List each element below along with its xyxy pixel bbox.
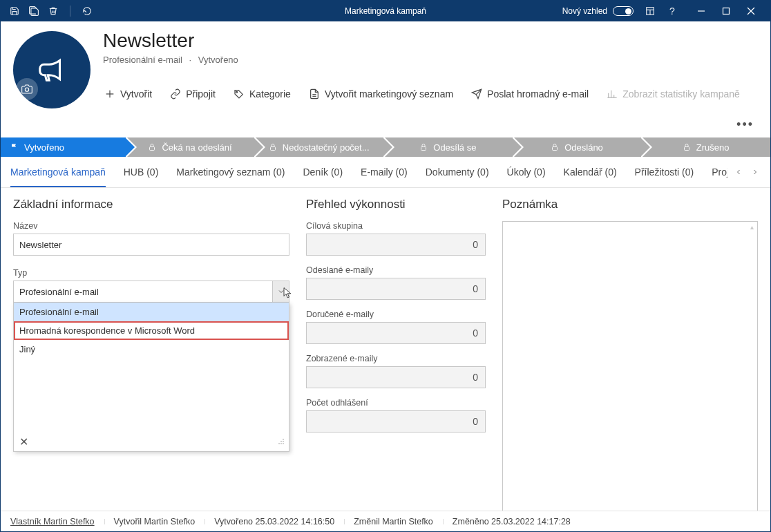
record-avatar[interactable] xyxy=(13,31,91,108)
create-button[interactable]: Vytvořit xyxy=(103,86,153,102)
megaphone-icon xyxy=(36,54,68,86)
dropdown-close-button[interactable]: ✕ xyxy=(19,435,28,448)
new-look-toggle[interactable]: Nový vzhled xyxy=(562,6,634,16)
type-dropdown-button[interactable] xyxy=(272,281,289,302)
stage-label: Čeká na odeslání xyxy=(162,142,231,153)
link-label: Připojit xyxy=(186,88,216,99)
name-label: Název xyxy=(13,221,289,231)
form-body: Základní informace Název Typ Profesionál… xyxy=(1,188,770,532)
stage-zruseno[interactable]: Zrušeno xyxy=(641,137,770,157)
type-label: Typ xyxy=(13,268,289,278)
tab-denik[interactable]: Deník (0) xyxy=(303,157,343,187)
chevron-down-icon xyxy=(277,287,285,296)
stage-odeslano[interactable]: Odesláno xyxy=(513,137,642,157)
stage-label: Odesláno xyxy=(564,142,603,153)
create-label: Vytvořit xyxy=(120,88,152,99)
entity-subtitle: Profesionální e-mail · Vytvořeno xyxy=(103,55,758,65)
lock-icon xyxy=(683,143,691,151)
section-performance: Přehled výkonnosti Cílová skupina 0 Odes… xyxy=(306,198,486,526)
tab-ukoly[interactable]: Úkoly (0) xyxy=(507,157,546,187)
stats-button: Zobrazit statistiky kampaně xyxy=(605,86,741,102)
metric-label: Doručené e-maily xyxy=(306,310,486,319)
metric-value: 0 xyxy=(306,322,486,344)
type-option-hromadna[interactable]: Hromadná korespondence v Microsoft Word xyxy=(14,321,289,340)
link-icon xyxy=(170,88,181,99)
titlebar: Marketingová kampaň Nový vzhled ? xyxy=(1,1,770,21)
svg-point-7 xyxy=(25,88,28,91)
type-dropdown: Profesionální e-mail Hromadná koresponde… xyxy=(13,303,289,452)
tab-dokumenty[interactable]: Dokumenty (0) xyxy=(426,157,489,187)
footer-modified-on: Změněno 25.03.2022 14:17:28 xyxy=(443,517,580,526)
type-combobox[interactable]: Profesionální e-mail Profesionální e-mai… xyxy=(13,281,289,303)
create-list-label: Vytvořit marketingový seznam xyxy=(325,88,453,99)
tabs-prev-button[interactable] xyxy=(733,167,744,178)
stage-label: Odesílá se xyxy=(433,142,476,153)
refresh-icon[interactable] xyxy=(82,6,93,17)
stage-vytvoreno[interactable]: Vytvořeno xyxy=(1,137,126,157)
layout-icon[interactable] xyxy=(645,6,656,17)
categories-button[interactable]: Kategorie xyxy=(232,86,292,102)
chevron-right-icon xyxy=(751,168,759,176)
save-icon[interactable] xyxy=(9,6,20,17)
type-option-profesionalni[interactable]: Profesionální e-mail xyxy=(14,303,289,321)
toggle-switch-icon[interactable] xyxy=(613,6,634,16)
link-button[interactable]: Připojit xyxy=(169,86,217,102)
camera-icon xyxy=(21,84,32,95)
save-all-icon[interactable] xyxy=(28,6,39,17)
status-bar: Vlastník Martin Stefko Vytvořil Martin S… xyxy=(1,511,770,531)
svg-point-24 xyxy=(283,439,284,440)
svg-rect-19 xyxy=(150,147,155,151)
svg-rect-20 xyxy=(270,147,275,151)
metric-unsub: Počet odhlášení 0 xyxy=(306,398,486,433)
name-input[interactable] xyxy=(13,234,289,256)
metric-label: Odeslané e-maily xyxy=(306,265,486,275)
metric-viewed: Zobrazené e-maily 0 xyxy=(306,354,486,388)
stage-odesila[interactable]: Odesílá se xyxy=(383,137,513,157)
create-list-button[interactable]: Vytvořit marketingový seznam xyxy=(307,86,455,102)
tag-icon xyxy=(234,88,245,99)
tab-seznam[interactable]: Marketingový seznam (0) xyxy=(176,157,285,187)
svg-point-10 xyxy=(236,91,238,93)
entity-title: Newsletter xyxy=(103,30,758,52)
change-image-button[interactable] xyxy=(16,78,38,100)
section-basic-title: Základní informace xyxy=(13,198,289,211)
send-mass-label: Poslat hromadný e-mail xyxy=(487,88,589,99)
record-header: Newsletter Profesionální e-mail · Vytvoř… xyxy=(1,21,770,132)
svg-point-27 xyxy=(278,443,280,444)
categories-label: Kategorie xyxy=(249,88,291,99)
footer-created-by: Vytvořil Martin Stefko xyxy=(104,517,205,526)
svg-point-28 xyxy=(280,443,282,444)
maximize-button[interactable] xyxy=(714,1,739,21)
lock-icon xyxy=(551,143,559,151)
subtitle-type: Profesionální e-mail xyxy=(103,55,182,65)
tab-kalendar[interactable]: Kalendář (0) xyxy=(564,157,617,187)
tabs-next-button[interactable] xyxy=(750,167,761,178)
delete-icon[interactable] xyxy=(48,6,59,17)
stats-label: Zobrazit statistiky kampaně xyxy=(622,88,740,99)
tab-emaily[interactable]: E-maily (0) xyxy=(361,157,408,187)
stage-ceka[interactable]: Čeká na odeslání xyxy=(126,137,255,157)
send-mass-button[interactable]: Poslat hromadný e-mail xyxy=(470,86,590,102)
more-actions-button[interactable]: ••• xyxy=(736,117,758,132)
metric-value: 0 xyxy=(306,278,486,300)
type-field[interactable]: Profesionální e-mail xyxy=(13,281,289,303)
footer-owner[interactable]: Vlastník Martin Stefko xyxy=(10,517,104,526)
chevron-left-icon xyxy=(734,168,743,176)
stage-label: Vytvořeno xyxy=(24,142,64,153)
metric-label: Počet odhlášení xyxy=(306,398,486,408)
resize-grip-icon[interactable] xyxy=(278,438,285,445)
note-textarea[interactable]: ▴ xyxy=(502,221,758,514)
tab-hub[interactable]: HUB (0) xyxy=(124,157,159,187)
tab-projekt[interactable]: Projek xyxy=(712,157,727,187)
tab-kampan[interactable]: Marketingová kampaň xyxy=(10,157,106,187)
metric-value: 0 xyxy=(306,410,486,433)
minimize-button[interactable] xyxy=(689,1,714,21)
close-button[interactable] xyxy=(739,1,763,21)
type-value: Profesionální e-mail xyxy=(19,287,99,297)
section-perf-title: Přehled výkonnosti xyxy=(306,198,486,211)
tab-prilezitosti[interactable]: Příležitosti (0) xyxy=(635,157,694,187)
type-option-jiny[interactable]: Jiný xyxy=(14,340,289,359)
stage-nedostatecny[interactable]: Nedostatečný počet... xyxy=(254,137,383,157)
help-icon[interactable]: ? xyxy=(667,6,678,17)
separator xyxy=(70,6,70,17)
